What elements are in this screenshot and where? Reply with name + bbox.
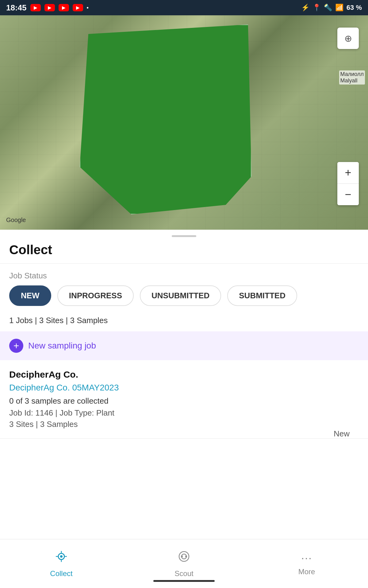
job-samples-info: 0 of 3 samples are collected bbox=[9, 396, 359, 406]
new-job-plus-icon: + bbox=[9, 339, 23, 353]
nav-collect[interactable]: Collect bbox=[0, 539, 123, 588]
compass-button[interactable]: ⊕ bbox=[337, 28, 359, 49]
youtube-icon-4: ▶ bbox=[73, 4, 83, 11]
map-field-polygon bbox=[80, 24, 251, 214]
battery-label: 63 % bbox=[347, 4, 362, 12]
filter-new[interactable]: NEW bbox=[9, 285, 51, 306]
job-status-badge: New bbox=[334, 429, 350, 439]
filter-row: NEW INPROGRESS UNSUBMITTED SUBMITTED bbox=[0, 285, 368, 313]
status-bar: 18:45 ▶ ▶ ▶ ▶ • ⚡ 📍 🔦 📶 63 % bbox=[0, 0, 368, 15]
job-divider bbox=[0, 438, 368, 439]
notification-dot: • bbox=[87, 5, 89, 11]
bottom-nav: Collect Scout ··· More bbox=[0, 539, 368, 588]
collect-nav-icon bbox=[55, 550, 68, 566]
map-location-label: Малиолл Malyall bbox=[339, 70, 365, 85]
more-nav-label: More bbox=[298, 567, 315, 576]
status-time: 18:45 bbox=[6, 3, 27, 13]
svg-point-8 bbox=[181, 556, 183, 557]
job-card-inner: DecipherAg Co. DecipherAg Co. 05MAY2023 … bbox=[9, 369, 359, 429]
job-sites: 3 Sites | 3 Samples bbox=[9, 420, 359, 429]
wifi-icon: 📶 bbox=[335, 4, 343, 12]
youtube-icon-2: ▶ bbox=[44, 4, 55, 11]
page-title: Collect bbox=[0, 240, 368, 263]
zoom-in-button[interactable]: + bbox=[337, 162, 359, 183]
stats-row: 1 Jobs | 3 Sites | 3 Samples bbox=[0, 313, 368, 331]
map-zoom-controls: + − bbox=[337, 162, 359, 205]
job-status-label: Job Status bbox=[0, 264, 368, 285]
scout-nav-label: Scout bbox=[174, 569, 193, 578]
nav-more[interactable]: ··· More bbox=[245, 539, 368, 588]
status-bar-left: 18:45 ▶ ▶ ▶ ▶ • bbox=[6, 3, 89, 13]
zoom-out-button[interactable]: − bbox=[337, 184, 359, 205]
map-container: ⊕ + − Google Малиолл Malyall bbox=[0, 15, 368, 230]
job-card[interactable]: DecipherAg Co. DecipherAg Co. 05MAY2023 … bbox=[0, 360, 368, 438]
new-job-text: New sampling job bbox=[28, 341, 96, 351]
svg-point-9 bbox=[185, 556, 187, 557]
map-watermark: Google bbox=[6, 217, 26, 224]
filter-inprogress[interactable]: INPROGRESS bbox=[57, 285, 134, 306]
filter-submitted[interactable]: SUBMITTED bbox=[227, 285, 297, 306]
sheet-handle-area bbox=[0, 230, 368, 240]
youtube-icon-3: ▶ bbox=[59, 4, 69, 11]
job-company: DecipherAg Co. bbox=[9, 369, 359, 380]
job-link[interactable]: DecipherAg Co. 05MAY2023 bbox=[9, 383, 359, 393]
home-indicator bbox=[153, 580, 215, 582]
job-meta: Job Id: 1146 | Job Type: Plant bbox=[9, 408, 359, 418]
status-bar-right: ⚡ 📍 🔦 📶 63 % bbox=[301, 4, 362, 12]
bluetooth-icon: ⚡ bbox=[301, 4, 309, 12]
content-sheet: Collect Job Status NEW INPROGRESS UNSUBM… bbox=[0, 230, 368, 439]
youtube-icon-1: ▶ bbox=[30, 4, 41, 11]
more-nav-icon: ··· bbox=[301, 552, 312, 564]
scout-nav-icon bbox=[177, 550, 191, 566]
location-icon: 📍 bbox=[312, 4, 321, 12]
sheet-handle bbox=[172, 235, 196, 237]
svg-point-6 bbox=[179, 552, 189, 561]
flashlight-icon: 🔦 bbox=[324, 4, 332, 12]
svg-point-1 bbox=[60, 555, 63, 558]
collect-nav-label: Collect bbox=[50, 569, 72, 578]
new-job-banner[interactable]: + New sampling job bbox=[0, 331, 368, 360]
filter-unsubmitted[interactable]: UNSUBMITTED bbox=[140, 285, 221, 306]
